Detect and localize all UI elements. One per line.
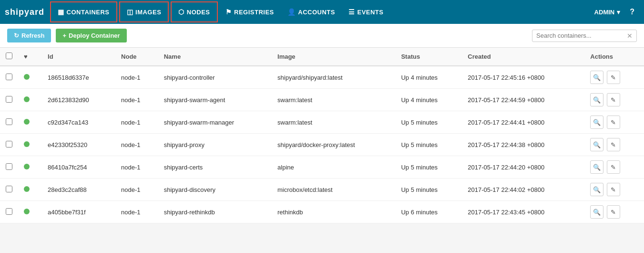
status-dot xyxy=(24,209,30,214)
row-checkbox[interactable] xyxy=(6,163,12,170)
search-clear-icon[interactable]: ✕ xyxy=(627,32,633,40)
table-row: c92d347ca143 node-1 shipyard-swarm-manag… xyxy=(0,111,644,134)
row-created: 2017-05-17 22:44:20 +0800 xyxy=(462,156,584,179)
inspect-button[interactable]: 🔍 xyxy=(590,138,603,151)
row-image: swarm:latest xyxy=(272,89,395,111)
nav-label-events: EVENTS xyxy=(357,9,383,16)
row-id: e42330f25320 xyxy=(42,134,115,156)
help-button[interactable]: ? xyxy=(625,8,639,16)
row-status: Up 4 minutes xyxy=(395,66,462,89)
row-checkbox-cell[interactable] xyxy=(0,156,18,179)
row-status: Up 5 minutes xyxy=(395,179,462,201)
header-created: Created xyxy=(462,48,584,66)
header-select-all[interactable] xyxy=(0,48,18,66)
row-id: 186518d6337e xyxy=(42,66,115,89)
images-icon: ◫ xyxy=(127,8,133,16)
row-status-dot-cell xyxy=(18,156,42,179)
row-checkbox-cell[interactable] xyxy=(0,66,18,89)
search-box[interactable]: ✕ xyxy=(532,30,637,42)
toolbar: ↻ Refresh + Deploy Container ✕ xyxy=(0,24,644,48)
row-node: node-1 xyxy=(115,201,158,223)
row-created: 2017-05-17 22:43:45 +0800 xyxy=(462,201,584,223)
status-dot xyxy=(24,119,30,125)
inspect-button[interactable]: 🔍 xyxy=(590,116,603,129)
row-actions: 🔍 ✎ xyxy=(584,156,644,179)
status-dot xyxy=(24,96,30,102)
row-image: alpine xyxy=(272,156,395,179)
admin-button[interactable]: ADMIN ▾ xyxy=(590,9,625,16)
row-node: node-1 xyxy=(115,156,158,179)
heartbeat-icon: ♥ xyxy=(24,53,28,60)
settings-button[interactable]: ✎ xyxy=(607,160,620,174)
settings-button[interactable]: ✎ xyxy=(607,71,620,84)
inspect-button[interactable]: 🔍 xyxy=(590,205,603,219)
table-row: e42330f25320 node-1 shipyard-proxy shipy… xyxy=(0,134,644,156)
row-node: node-1 xyxy=(115,89,158,111)
status-dot xyxy=(24,186,30,192)
settings-button[interactable]: ✎ xyxy=(607,93,620,106)
settings-button[interactable]: ✎ xyxy=(607,116,620,129)
inspect-button[interactable]: 🔍 xyxy=(590,160,603,174)
row-created: 2017-05-17 22:45:16 +0800 xyxy=(462,66,584,89)
row-checkbox[interactable] xyxy=(6,74,12,80)
row-id: 2d6123832d90 xyxy=(42,89,115,111)
inspect-button[interactable]: 🔍 xyxy=(590,71,603,84)
row-checkbox[interactable] xyxy=(6,118,12,125)
row-image: rethinkdb xyxy=(272,201,395,223)
row-name: shipyard-proxy xyxy=(158,134,272,156)
settings-button[interactable]: ✎ xyxy=(607,138,620,151)
row-checkbox[interactable] xyxy=(6,141,12,148)
row-status-dot-cell xyxy=(18,134,42,156)
plus-icon: + xyxy=(62,32,66,39)
row-checkbox-cell[interactable] xyxy=(0,179,18,201)
row-created: 2017-05-17 22:44:41 +0800 xyxy=(462,111,584,134)
row-checkbox-cell[interactable] xyxy=(0,111,18,134)
events-icon: ☰ xyxy=(348,8,355,16)
admin-label: ADMIN xyxy=(594,9,615,16)
inspect-button[interactable]: 🔍 xyxy=(590,183,603,196)
nav-item-accounts[interactable]: 👤 ACCOUNTS xyxy=(281,0,342,24)
table-row: 2d6123832d90 node-1 shipyard-swarm-agent… xyxy=(0,89,644,111)
row-checkbox[interactable] xyxy=(6,186,12,192)
row-checkbox-cell[interactable] xyxy=(0,134,18,156)
nav-item-registries[interactable]: ⚑ REGISTRIES xyxy=(219,0,281,24)
deploy-container-button[interactable]: + Deploy Container xyxy=(56,29,126,42)
table-row: a405bbe7f31f node-1 shipyard-rethinkdb r… xyxy=(0,201,644,223)
containers-icon: ▦ xyxy=(58,8,64,16)
navbar-right: ADMIN ▾ ? xyxy=(590,8,639,16)
settings-button[interactable]: ✎ xyxy=(607,205,620,219)
accounts-icon: 👤 xyxy=(287,8,296,16)
nav-item-images[interactable]: ◫ IMAGES xyxy=(119,1,169,22)
row-actions: 🔍 ✎ xyxy=(584,201,644,223)
containers-table-container: ♥ Id Node Name Image Status Created Acti… xyxy=(0,48,644,223)
row-checkbox-cell[interactable] xyxy=(0,89,18,111)
inspect-button[interactable]: 🔍 xyxy=(590,93,603,106)
navbar: shipyard ▦ CONTAINERS ◫ IMAGES ⬡ NODES ⚑… xyxy=(0,0,644,24)
row-checkbox[interactable] xyxy=(6,208,12,215)
select-all-checkbox[interactable] xyxy=(6,53,12,59)
settings-button[interactable]: ✎ xyxy=(607,183,620,196)
row-status: Up 4 minutes xyxy=(395,89,462,111)
refresh-button[interactable]: ↻ Refresh xyxy=(7,29,51,42)
row-actions: 🔍 ✎ xyxy=(584,179,644,201)
status-dot xyxy=(24,141,30,147)
refresh-icon: ↻ xyxy=(14,32,19,39)
nav-item-containers[interactable]: ▦ CONTAINERS xyxy=(50,1,117,22)
nav-label-nodes: NODES xyxy=(187,9,210,16)
table-row: 86410a7fc254 node-1 shipyard-certs alpin… xyxy=(0,156,644,179)
row-checkbox[interactable] xyxy=(6,96,12,103)
refresh-label: Refresh xyxy=(21,32,44,39)
row-name: shipyard-controller xyxy=(158,66,272,89)
row-actions: 🔍 ✎ xyxy=(584,66,644,89)
nav-item-events[interactable]: ☰ EVENTS xyxy=(342,0,390,24)
row-actions: 🔍 ✎ xyxy=(584,134,644,156)
row-name: shipyard-discovery xyxy=(158,179,272,201)
row-status: Up 5 minutes xyxy=(395,156,462,179)
header-status-icon: ♥ xyxy=(18,48,42,66)
header-name: Name xyxy=(158,48,272,66)
nav-item-nodes[interactable]: ⬡ NODES xyxy=(171,1,217,22)
table-body: 186518d6337e node-1 shipyard-controller … xyxy=(0,66,644,223)
nav-label-images: IMAGES xyxy=(135,9,161,16)
search-input[interactable] xyxy=(536,32,627,39)
row-checkbox-cell[interactable] xyxy=(0,201,18,223)
